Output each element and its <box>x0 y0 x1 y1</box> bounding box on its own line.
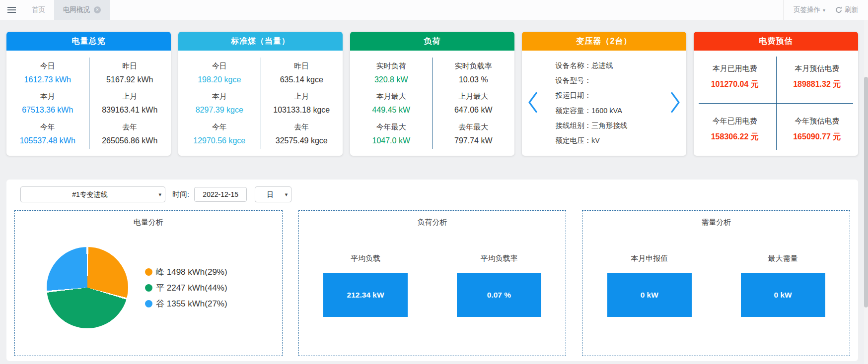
legend-dot-icon <box>145 268 152 276</box>
tab-grid-overview-label: 电网概况 <box>63 5 90 14</box>
close-icon[interactable]: × <box>94 6 101 13</box>
analysis-panel: #1专变进线 ▾ 时间: 日 ▾ 电量分析 峰 1498 kWh(29%) 平 … <box>6 180 858 361</box>
stat-lastmonth-coal: 上月103133.18 kgce <box>273 92 330 115</box>
stat-year-max-load: 今年最大1047.0 kW <box>372 122 410 145</box>
stat-lastyear-max-load: 去年最大797.74 kW <box>454 122 492 145</box>
stat-lastyear-energy: 去年265056.86 kWh <box>102 122 157 145</box>
divider <box>783 0 784 20</box>
stat-year-energy: 今年105537.48 kWh <box>20 122 75 145</box>
card-load-header: 负荷 <box>350 32 514 51</box>
card-load: 负荷 实时负荷320.8 kW 本月最大449.45 kW 今年最大1047.0… <box>350 32 514 156</box>
legend-dot-icon <box>145 300 152 307</box>
stat-average-load: 平均负载 212.34 kW <box>299 254 433 317</box>
tab-home-label: 首页 <box>32 5 45 14</box>
card-coal-header: 标准煤（当量） <box>178 32 343 51</box>
panel-energy-analysis: 电量分析 峰 1498 kWh(29%) 平 2247 kWh(44%) 谷 1… <box>14 210 283 356</box>
panel-demand-analysis-title: 需量分析 <box>582 218 850 227</box>
stat-realtime-load-rate: 实时负载率10.03 % <box>455 61 492 84</box>
stat-today-coal: 今日198.20 kgce <box>198 61 241 84</box>
panel-energy-analysis-title: 电量分析 <box>15 218 282 227</box>
card-coal-title: 标准煤（当量） <box>231 36 290 47</box>
legend-dot-icon <box>145 284 152 292</box>
summary-cards: 电量总览 今日1612.73 kWh 本月67513.36 kWh 今年1055… <box>6 32 858 156</box>
stat-month-max-load: 本月最大449.45 kW <box>372 92 410 115</box>
chevron-left-icon <box>527 91 539 115</box>
legend-item-peak[interactable]: 峰 1498 kWh(29%) <box>145 266 227 278</box>
stat-year-estimated-fee: 今年预估电费165090.77 元 <box>776 103 859 156</box>
analysis-row: 电量分析 峰 1498 kWh(29%) 平 2247 kWh(44%) 谷 1… <box>14 210 850 356</box>
panel-load-analysis-title: 负荷分析 <box>299 218 566 227</box>
legend-item-valley[interactable]: 谷 1355 kWh(27%) <box>145 298 227 309</box>
stat-realtime-load: 实时负荷320.8 kW <box>374 61 408 84</box>
next-transformer-button[interactable] <box>668 90 682 117</box>
prev-transformer-button[interactable] <box>526 90 540 117</box>
transformer-model: 设备型号： <box>556 76 653 85</box>
tab-operations-button[interactable]: 页签操作 ▾ <box>794 5 825 14</box>
stat-average-load-rate: 平均负载率 0.07 % <box>433 254 566 317</box>
stat-month-used-fee: 本月已用电费101270.04 元 <box>694 51 776 103</box>
transformer-wiring-group: 接线组别：三角形接线 <box>556 121 653 130</box>
stat-month-estimated-fee: 本月预估电费189881.32 元 <box>776 51 859 103</box>
pie-legend: 峰 1498 kWh(29%) 平 2247 kWh(44%) 谷 1355 k… <box>145 266 227 309</box>
filter-row: #1专变进线 ▾ 时间: 日 ▾ <box>14 186 850 202</box>
card-energy-header: 电量总览 <box>6 32 171 51</box>
transformer-commission-date: 投运日期： <box>556 91 653 100</box>
stat-today-energy: 今日1612.73 kWh <box>24 61 71 84</box>
average-load-rate-box: 0.07 % <box>457 273 541 317</box>
card-fee-title: 电费预估 <box>759 36 793 47</box>
stat-yesterday-energy: 昨日5167.92 kWh <box>106 61 153 84</box>
date-input[interactable] <box>194 187 247 202</box>
card-standard-coal: 标准煤（当量） 今日198.20 kgce 本月8297.39 kgce 今年1… <box>178 32 343 156</box>
stat-year-used-fee: 今年已用电费158306.22 元 <box>694 103 776 156</box>
divider <box>89 58 89 149</box>
stat-lastyear-coal: 去年32575.49 kgce <box>276 122 328 145</box>
line-select-wrap: #1专变进线 ▾ <box>20 186 165 202</box>
declared-demand-box: 0 kW <box>607 273 692 317</box>
stat-lastmonth-max-load: 上月最大647.06 kW <box>454 92 492 115</box>
tab-bar: 首页 电网概况 × 页签操作 ▾ 刷新 <box>0 0 868 20</box>
chevron-down-icon: ▾ <box>823 7 825 13</box>
tab-grid-overview[interactable]: 电网概况 × <box>54 0 110 20</box>
transformer-rated-capacity: 额定容量：1600 kVA <box>556 106 653 116</box>
stat-max-demand: 最大需量 0 kW <box>716 254 850 317</box>
topbar-actions: 页签操作 ▾ 刷新 <box>783 0 868 20</box>
stat-declared-demand: 本月申报值 0 kW <box>582 254 716 317</box>
time-label: 时间: <box>172 190 189 199</box>
stat-month-energy: 本月67513.36 kWh <box>22 92 73 115</box>
transformer-rated-voltage: 额定电压：kV <box>556 136 653 145</box>
panel-load-analysis: 负荷分析 平均负载 212.34 kW 平均负载率 0.07 % <box>298 210 567 356</box>
legend-item-flat[interactable]: 平 2247 kWh(44%) <box>145 282 227 294</box>
line-select[interactable]: #1专变进线 <box>20 186 165 202</box>
transformer-name: 设备名称：总进线 <box>556 61 653 70</box>
card-transformer-title: 变压器（2台） <box>577 36 632 47</box>
divider <box>699 103 853 104</box>
stat-year-coal: 今年12970.56 kgce <box>193 122 245 145</box>
refresh-button[interactable]: 刷新 <box>835 5 858 14</box>
menu-icon[interactable] <box>0 0 23 20</box>
card-energy-title: 电量总览 <box>72 36 106 47</box>
divider <box>261 58 261 149</box>
panel-demand-analysis: 需量分析 本月申报值 0 kW 最大需量 0 kW <box>582 210 850 356</box>
period-select[interactable]: 日 <box>255 186 291 202</box>
card-transformer-header: 变压器（2台） <box>522 32 686 51</box>
card-fee-header: 电费预估 <box>694 32 858 51</box>
refresh-icon <box>835 6 842 13</box>
period-select-wrap: 日 ▾ <box>255 186 291 202</box>
pie-chart <box>47 247 128 328</box>
max-demand-box: 0 kW <box>741 273 825 317</box>
card-energy-overview: 电量总览 今日1612.73 kWh 本月67513.36 kWh 今年1055… <box>6 32 171 156</box>
stat-yesterday-coal: 昨日635.14 kgce <box>280 61 323 84</box>
card-fee-estimate: 电费预估 本月已用电费101270.04 元 本月预估电费189881.32 元… <box>694 32 858 156</box>
tab-operations-label: 页签操作 <box>794 5 820 14</box>
vertical-scrollbar[interactable] <box>864 20 868 364</box>
refresh-label: 刷新 <box>845 5 858 14</box>
average-load-box: 212.34 kW <box>323 273 408 317</box>
stat-lastmonth-energy: 上月839163.41 kWh <box>102 92 157 115</box>
scrollbar-thumb[interactable] <box>864 77 868 307</box>
divider <box>433 58 433 149</box>
tab-home[interactable]: 首页 <box>23 0 54 20</box>
chevron-right-icon <box>669 91 681 115</box>
card-load-title: 负荷 <box>424 36 441 47</box>
stat-month-coal: 本月8297.39 kgce <box>196 92 243 115</box>
transformer-fields: 设备名称：总进线 设备型号： 投运日期： 额定容量：1600 kVA 接线组别：… <box>556 51 653 156</box>
